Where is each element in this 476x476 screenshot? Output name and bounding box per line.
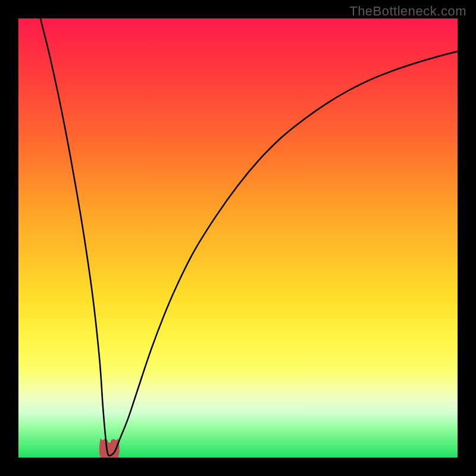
bottleneck-chart bbox=[18, 18, 458, 458]
minimum-marker-cap bbox=[111, 439, 117, 445]
chart-frame: TheBottleneck.com bbox=[0, 0, 476, 476]
watermark-text: TheBottleneck.com bbox=[349, 4, 466, 19]
bottleneck-curve bbox=[40, 18, 458, 456]
plot-area bbox=[18, 18, 458, 458]
